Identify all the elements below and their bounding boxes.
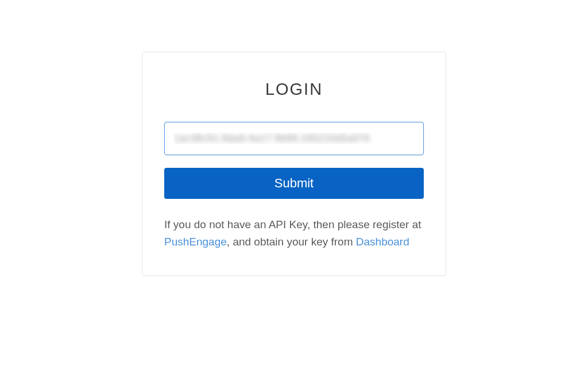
login-card: LOGIN Submit If you do not have an API K… [142,52,446,276]
help-text-prefix: If you do not have an API Key, then plea… [164,218,421,230]
help-text: If you do not have an API Key, then plea… [164,216,424,251]
api-key-input[interactable] [164,122,424,155]
dashboard-link[interactable]: Dashboard [356,236,409,248]
login-title: LOGIN [164,80,424,99]
submit-button[interactable]: Submit [164,168,424,199]
help-text-middle: , and obtain your key from [227,236,356,248]
pushengage-link[interactable]: PushEngage [164,236,227,248]
